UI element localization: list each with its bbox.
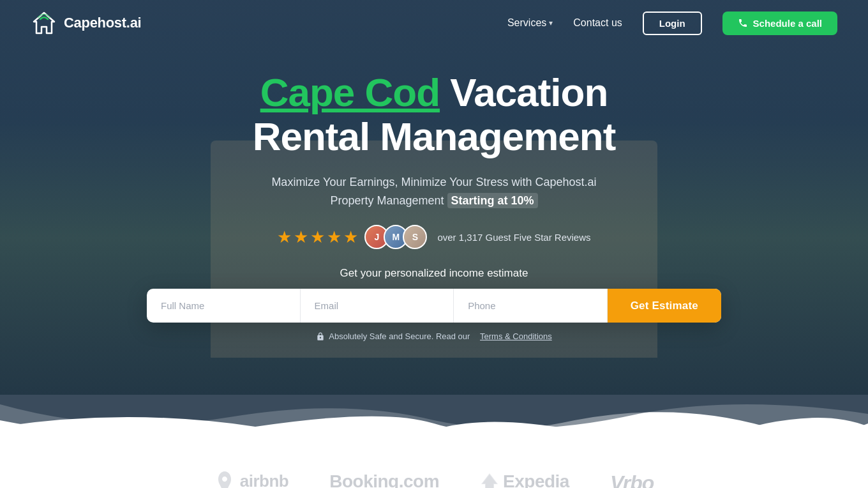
fullname-input[interactable] xyxy=(147,289,301,323)
booking-logo: Booking.com xyxy=(329,471,439,488)
star-5: ★ xyxy=(343,227,358,247)
airbnb-logo: airbnb xyxy=(214,471,288,488)
email-input[interactable] xyxy=(301,289,454,323)
lock-icon xyxy=(316,332,325,341)
star-1: ★ xyxy=(277,227,292,247)
expedia-label: Expedia xyxy=(503,471,569,488)
vrbo-label: Vrbo xyxy=(610,471,654,488)
hero-subtitle: Maximize Your Earnings, Minimize Your St… xyxy=(271,173,596,210)
booking-label: Booking.com xyxy=(329,471,439,488)
expedia-logo: Expedia xyxy=(480,471,569,488)
airbnb-icon xyxy=(214,471,235,488)
chevron-down-icon: ▾ xyxy=(549,19,553,27)
nav-services[interactable]: Services ▾ xyxy=(507,17,553,29)
nav-contact[interactable]: Contact us xyxy=(573,17,622,29)
terms-link[interactable]: Terms & Conditions xyxy=(480,332,552,341)
star-4: ★ xyxy=(327,227,341,247)
phone-input[interactable] xyxy=(454,289,608,323)
star-rating: ★ ★ ★ ★ ★ xyxy=(277,227,358,247)
hero-content: Cape Cod Vacation Rental Management Maxi… xyxy=(0,0,868,341)
star-2: ★ xyxy=(294,227,308,247)
secure-note: Absolutely Safe and Secure. Read our Ter… xyxy=(316,332,551,341)
partners-section: airbnb Booking.com Expedia Vrbo xyxy=(0,446,868,488)
avatar-3: S xyxy=(403,225,427,249)
phone-icon xyxy=(738,18,748,28)
navbar: Capehost.ai Services ▾ Contact us Login … xyxy=(0,0,868,46)
wave-svg xyxy=(0,395,868,446)
reviews-count: over 1,317 Guest Five Star Reviews xyxy=(437,232,590,243)
nav-links: Services ▾ Contact us Login Schedule a c… xyxy=(507,11,837,35)
reviewer-avatars: J M S xyxy=(364,225,427,249)
reviews-section: ★ ★ ★ ★ ★ J M S over 1,317 Guest Five St… xyxy=(277,225,590,249)
cta-label: Get your personalized income estimate xyxy=(340,267,528,280)
wave-divider xyxy=(0,395,868,446)
partners-logos: airbnb Booking.com Expedia Vrbo xyxy=(31,471,837,488)
logo-icon xyxy=(31,10,57,36)
hero-title-accent: Cape Cod xyxy=(260,70,440,114)
hero-title: Cape Cod Vacation Rental Management xyxy=(253,70,616,159)
brand-logo[interactable]: Capehost.ai xyxy=(31,10,141,36)
estimate-form: Get Estimate xyxy=(147,289,721,323)
vrbo-logo: Vrbo xyxy=(610,471,654,488)
schedule-button[interactable]: Schedule a call xyxy=(722,11,837,35)
brand-name: Capehost.ai xyxy=(64,15,141,31)
expedia-icon xyxy=(480,471,499,488)
hero-section: Cape Cod Vacation Rental Management Maxi… xyxy=(0,0,868,396)
login-button[interactable]: Login xyxy=(643,11,702,35)
airbnb-label: airbnb xyxy=(240,471,288,488)
get-estimate-button[interactable]: Get Estimate xyxy=(608,289,721,323)
star-3: ★ xyxy=(310,227,325,247)
